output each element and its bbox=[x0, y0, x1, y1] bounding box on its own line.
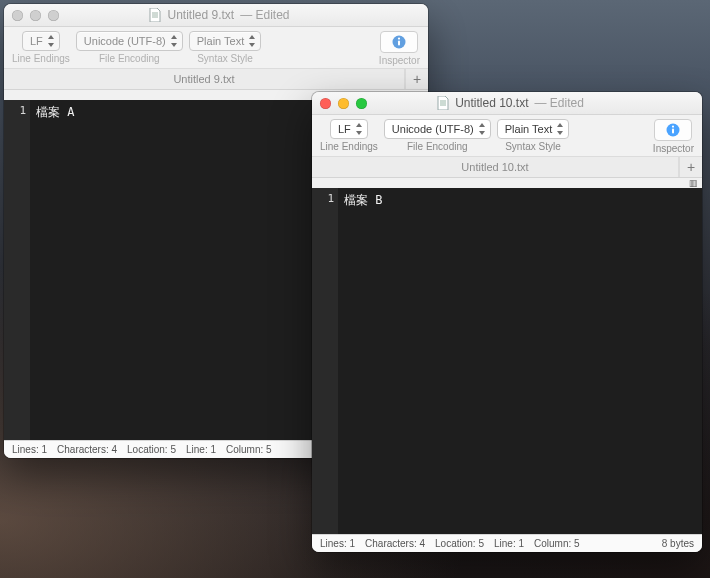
tab-label: Untitled 9.txt bbox=[173, 73, 234, 85]
window-title: Untitled 9.txt bbox=[167, 8, 234, 22]
chevron-updown-icon bbox=[47, 34, 55, 48]
inspector-button[interactable] bbox=[654, 119, 692, 141]
titlebar[interactable]: Untitled 9.txt — Edited bbox=[4, 4, 428, 27]
window-title: Untitled 10.txt bbox=[455, 96, 528, 110]
split-indicator: ▥ bbox=[312, 178, 702, 188]
traffic-lights bbox=[320, 98, 367, 109]
zoom-button[interactable] bbox=[356, 98, 367, 109]
line-endings-label: Line Endings bbox=[320, 141, 378, 152]
minimize-button[interactable] bbox=[338, 98, 349, 109]
editor-area: 1 檔案 B bbox=[312, 188, 702, 534]
file-encoding-select[interactable]: Unicode (UTF-8) bbox=[384, 119, 491, 139]
minimize-button[interactable] bbox=[30, 10, 41, 21]
tab-label: Untitled 10.txt bbox=[461, 161, 528, 173]
text-content[interactable]: 檔案 B bbox=[338, 188, 702, 534]
toolbar: LF Line Endings Unicode (UTF-8) File Enc… bbox=[312, 115, 702, 157]
titlebar[interactable]: Untitled 10.txt — Edited bbox=[312, 92, 702, 115]
tab-current[interactable]: Untitled 9.txt bbox=[4, 69, 405, 89]
inspector-label: Inspector bbox=[653, 143, 694, 154]
syntax-style-value: Plain Text bbox=[505, 123, 553, 135]
document-icon bbox=[149, 8, 161, 22]
info-icon bbox=[392, 35, 406, 49]
new-tab-button[interactable]: + bbox=[405, 69, 428, 89]
status-location: Location: 5 bbox=[127, 444, 176, 455]
close-button[interactable] bbox=[12, 10, 23, 21]
status-line: Line: 1 bbox=[186, 444, 216, 455]
chevron-updown-icon bbox=[556, 122, 564, 136]
editor-window-front: Untitled 10.txt — Edited LF Line Endings… bbox=[312, 92, 702, 552]
document-icon bbox=[437, 96, 449, 110]
tab-bar: Untitled 9.txt + bbox=[4, 69, 428, 90]
edited-indicator: — Edited bbox=[535, 96, 584, 110]
chevron-updown-icon bbox=[170, 34, 178, 48]
line-gutter: 1 bbox=[4, 100, 30, 440]
toolbar: LF Line Endings Unicode (UTF-8) File Enc… bbox=[4, 27, 428, 69]
file-encoding-select[interactable]: Unicode (UTF-8) bbox=[76, 31, 183, 51]
line-endings-label: Line Endings bbox=[12, 53, 70, 64]
syntax-style-select[interactable]: Plain Text bbox=[189, 31, 262, 51]
status-bytes: 8 bytes bbox=[662, 538, 694, 549]
file-encoding-value: Unicode (UTF-8) bbox=[84, 35, 166, 47]
new-tab-button[interactable]: + bbox=[679, 157, 702, 177]
status-chars: Characters: 4 bbox=[365, 538, 425, 549]
syntax-style-select[interactable]: Plain Text bbox=[497, 119, 570, 139]
file-encoding-value: Unicode (UTF-8) bbox=[392, 123, 474, 135]
line-gutter: 1 bbox=[312, 188, 338, 534]
line-endings-select[interactable]: LF bbox=[330, 119, 368, 139]
syntax-style-value: Plain Text bbox=[197, 35, 245, 47]
status-column: Column: 5 bbox=[226, 444, 272, 455]
status-bar: Lines: 1 Characters: 4 Location: 5 Line:… bbox=[312, 534, 702, 552]
status-location: Location: 5 bbox=[435, 538, 484, 549]
tab-bar: Untitled 10.txt + bbox=[312, 157, 702, 178]
line-number: 1 bbox=[4, 104, 26, 117]
chevron-updown-icon bbox=[248, 34, 256, 48]
inspector-button[interactable] bbox=[380, 31, 418, 53]
traffic-lights bbox=[12, 10, 59, 21]
file-encoding-label: File Encoding bbox=[99, 53, 160, 64]
close-button[interactable] bbox=[320, 98, 331, 109]
tab-current[interactable]: Untitled 10.txt bbox=[312, 157, 679, 177]
syntax-style-label: Syntax Style bbox=[505, 141, 561, 152]
chevron-updown-icon bbox=[478, 122, 486, 136]
inspector-label: Inspector bbox=[379, 55, 420, 66]
info-icon bbox=[666, 123, 680, 137]
file-encoding-label: File Encoding bbox=[407, 141, 468, 152]
line-number: 1 bbox=[312, 192, 334, 205]
status-chars: Characters: 4 bbox=[57, 444, 117, 455]
zoom-button[interactable] bbox=[48, 10, 59, 21]
plus-icon: + bbox=[413, 71, 421, 87]
line-endings-select[interactable]: LF bbox=[22, 31, 60, 51]
status-lines: Lines: 1 bbox=[320, 538, 355, 549]
plus-icon: + bbox=[687, 159, 695, 175]
line-endings-value: LF bbox=[30, 35, 43, 47]
line-endings-value: LF bbox=[338, 123, 351, 135]
status-lines: Lines: 1 bbox=[12, 444, 47, 455]
status-column: Column: 5 bbox=[534, 538, 580, 549]
split-icon[interactable]: ▥ bbox=[689, 178, 698, 188]
status-line: Line: 1 bbox=[494, 538, 524, 549]
chevron-updown-icon bbox=[355, 122, 363, 136]
edited-indicator: — Edited bbox=[240, 8, 289, 22]
syntax-style-label: Syntax Style bbox=[197, 53, 253, 64]
